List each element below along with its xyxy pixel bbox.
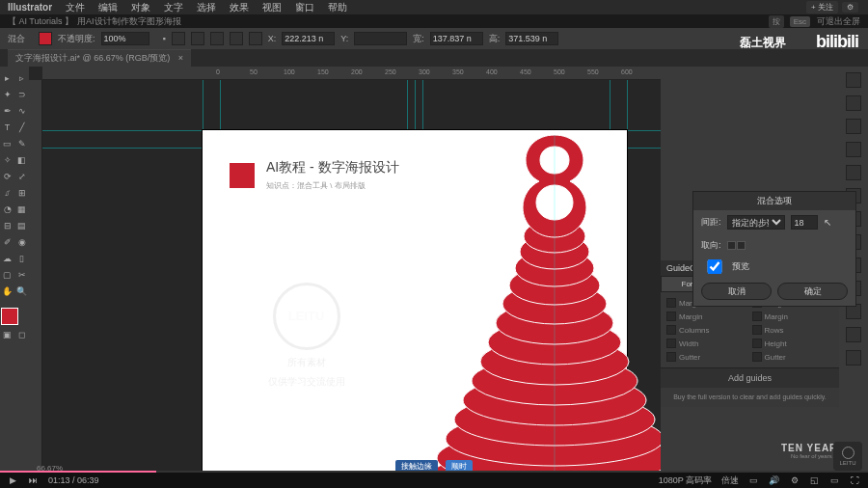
rotate-tool[interactable]: ⟳ bbox=[1, 170, 14, 183]
gg-width[interactable]: Width bbox=[666, 339, 748, 348]
follow-button[interactable]: + 关注 bbox=[806, 1, 838, 14]
direct-selection-tool[interactable]: ▹ bbox=[15, 71, 28, 85]
align-icon[interactable] bbox=[191, 32, 204, 45]
gg-gutter-v[interactable]: Gutter bbox=[666, 352, 748, 362]
menu-select[interactable]: 选择 bbox=[197, 1, 216, 14]
gg-height[interactable]: Height bbox=[752, 339, 834, 348]
panel-icon[interactable] bbox=[846, 327, 861, 342]
spacing-select[interactable]: 指定的步数 bbox=[727, 215, 785, 230]
artboard: AI教程 - 数字海报设计 知识点：混合工具 \ 布局排版 LEITU 所有素材… bbox=[203, 130, 627, 473]
ruler-horizontal: 0 50 100 150 200 250 300 350 400 450 500… bbox=[42, 67, 661, 80]
rectangle-tool[interactable]: ▭ bbox=[1, 137, 14, 150]
progress-bar[interactable] bbox=[0, 471, 868, 473]
panel-icon[interactable] bbox=[846, 165, 861, 180]
pip-icon[interactable]: ◱ bbox=[809, 475, 820, 486]
steps-input[interactable] bbox=[791, 215, 818, 230]
quality-button[interactable]: 1080P 高码率 bbox=[659, 474, 712, 487]
orient-page-icon[interactable] bbox=[727, 241, 736, 250]
eyedropper-tool[interactable]: ✐ bbox=[1, 235, 14, 249]
scale-tool[interactable]: ⤢ bbox=[15, 170, 28, 183]
wide-icon[interactable]: ▭ bbox=[829, 475, 840, 486]
shape-builder-tool[interactable]: ◔ bbox=[1, 203, 14, 216]
x-input[interactable] bbox=[282, 32, 335, 45]
close-tab-icon[interactable]: × bbox=[178, 53, 183, 63]
dialog-title: 混合选项 bbox=[693, 192, 855, 210]
menu-file[interactable]: 文件 bbox=[66, 1, 85, 14]
settings-icon[interactable]: ⚙ bbox=[842, 2, 858, 13]
menu-edit[interactable]: 编辑 bbox=[98, 1, 118, 14]
opacity-input[interactable] bbox=[101, 32, 149, 45]
volume-icon[interactable]: 🔊 bbox=[769, 475, 779, 486]
menu-help[interactable]: 帮助 bbox=[328, 1, 347, 14]
settings-icon[interactable]: ⚙ bbox=[789, 475, 800, 486]
type-tool[interactable]: T bbox=[1, 121, 14, 134]
add-guides-button[interactable]: Add guides bbox=[661, 367, 839, 388]
align-icon[interactable] bbox=[230, 32, 243, 45]
play-icon[interactable]: ▶ bbox=[8, 475, 18, 486]
selection-tool[interactable]: ▸ bbox=[1, 71, 14, 85]
speed-button[interactable]: 倍速 bbox=[721, 474, 739, 487]
align-icon[interactable] bbox=[210, 32, 224, 45]
menu-effect[interactable]: 效果 bbox=[230, 1, 249, 14]
fill-swatch-icon[interactable] bbox=[39, 32, 52, 45]
line-tool[interactable]: ╱ bbox=[15, 121, 28, 134]
fill-color[interactable] bbox=[1, 308, 18, 325]
zoom-tool[interactable]: 🔍 bbox=[15, 285, 28, 298]
brush-tool[interactable]: ✎ bbox=[15, 137, 28, 150]
gradient-tool[interactable]: ▤ bbox=[15, 219, 28, 232]
menu-type[interactable]: 文字 bbox=[164, 1, 183, 14]
subtitle-icon[interactable]: ▭ bbox=[748, 475, 759, 486]
mesh-tool[interactable]: ⊟ bbox=[1, 219, 14, 232]
gg-margin-bottom[interactable]: Margin bbox=[666, 312, 748, 321]
menu-window[interactable]: 窗口 bbox=[295, 1, 314, 14]
perspective-tool[interactable]: ▦ bbox=[15, 203, 28, 216]
slice-tool[interactable]: ✂ bbox=[15, 268, 28, 282]
menu-view[interactable]: 视图 bbox=[262, 1, 282, 14]
canvas[interactable]: 0 50 100 150 200 250 300 350 400 450 500… bbox=[29, 67, 661, 473]
artboard-tool[interactable]: ▢ bbox=[1, 268, 14, 282]
h-input[interactable] bbox=[505, 32, 558, 45]
blend-artwork[interactable] bbox=[410, 125, 661, 473]
panel-icon[interactable] bbox=[846, 95, 861, 111]
gg-gutter-h[interactable]: Gutter bbox=[752, 352, 834, 362]
graph-tool[interactable]: ▯ bbox=[15, 252, 28, 265]
blend-tool[interactable]: ◉ bbox=[15, 235, 28, 249]
gg-rows[interactable]: Rows bbox=[752, 325, 834, 335]
y-input[interactable] bbox=[354, 32, 407, 45]
orient-path-icon[interactable] bbox=[737, 241, 746, 250]
magic-wand-tool[interactable]: ✦ bbox=[1, 88, 14, 101]
ok-button[interactable]: 确定 bbox=[777, 283, 848, 300]
document-tab[interactable]: 文字海报设计.ai* @ 66.67% (RGB/预览) × bbox=[8, 49, 191, 67]
opacity-label: 不透明度: bbox=[58, 33, 95, 45]
free-transform-tool[interactable]: ⊞ bbox=[15, 186, 28, 200]
fullscreen-icon[interactable]: ⛶ bbox=[850, 475, 860, 486]
panel-icon[interactable] bbox=[846, 142, 861, 157]
gg-margin-left[interactable]: Margin bbox=[752, 312, 834, 321]
video-title-bar: 【 AI Tutorials 】 用AI设计制作数字图形海报 按 Esc 可退出… bbox=[0, 14, 868, 28]
cancel-button[interactable]: 取消 bbox=[701, 283, 772, 300]
control-bar: 混合 不透明度: ▪ X: Y: 宽: 高: bbox=[0, 28, 868, 49]
lasso-tool[interactable]: ⊃ bbox=[15, 88, 28, 101]
hand-tool[interactable]: ✋ bbox=[1, 285, 14, 298]
gg-columns[interactable]: Columns bbox=[666, 325, 748, 335]
transform-icon[interactable] bbox=[249, 32, 262, 45]
symbol-tool[interactable]: ☁ bbox=[1, 252, 14, 265]
preview-checkbox[interactable] bbox=[701, 259, 728, 274]
align-icon[interactable] bbox=[172, 32, 185, 45]
panel-icon[interactable] bbox=[846, 119, 861, 134]
next-icon[interactable]: ⏭ bbox=[28, 475, 39, 486]
width-tool[interactable]: ⎎ bbox=[1, 186, 14, 200]
video-title: 用AI设计制作数字图形海报 bbox=[77, 15, 181, 28]
w-input[interactable] bbox=[430, 32, 483, 45]
screen-mode[interactable]: ◻ bbox=[15, 328, 28, 341]
gg-upsell-message: Buy the full version to clear and add gu… bbox=[661, 388, 839, 407]
blend-label: 混合 bbox=[8, 33, 25, 45]
panel-icon[interactable] bbox=[846, 72, 861, 88]
eraser-tool[interactable]: ◧ bbox=[15, 153, 28, 167]
screen-mode[interactable]: ▣ bbox=[1, 328, 14, 341]
panel-icon[interactable] bbox=[846, 350, 861, 366]
pen-tool[interactable]: ✒ bbox=[1, 104, 14, 118]
menu-object[interactable]: 对象 bbox=[131, 1, 150, 14]
shaper-tool[interactable]: ✧ bbox=[1, 153, 14, 167]
curvature-tool[interactable]: ∿ bbox=[15, 104, 28, 118]
